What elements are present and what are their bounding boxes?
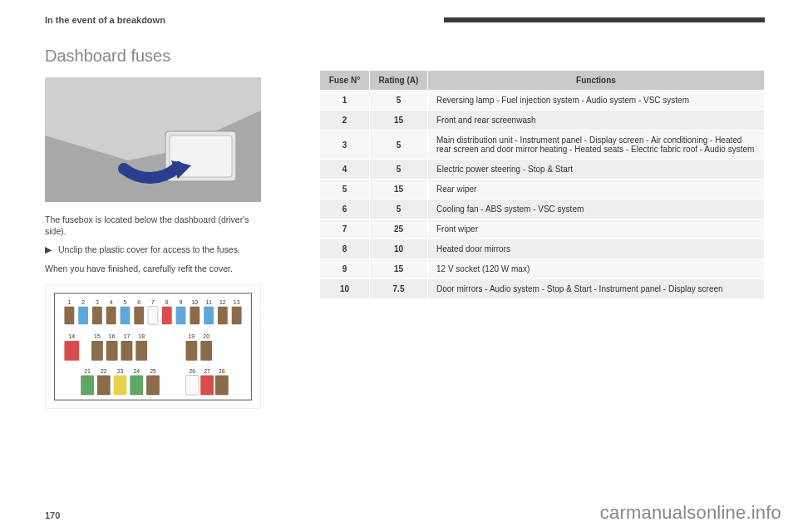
fuse-rating: 5 xyxy=(370,160,428,180)
fuse-function: Reversing lamp - Fuel injection system -… xyxy=(428,91,765,111)
section-title: Dashboard fuses xyxy=(45,47,294,66)
svg-rect-20 xyxy=(162,306,172,324)
watermark: carmanualsonline.info xyxy=(600,502,781,524)
fuse-rating: 15 xyxy=(370,180,428,200)
fuse-function: Cooling fan - ABS system - VSC system xyxy=(428,200,765,219)
fuse-function: Electric power steering - Stop & Start xyxy=(428,160,765,180)
fuse-rating: 15 xyxy=(370,259,428,279)
svg-text:6: 6 xyxy=(137,298,140,304)
svg-text:11: 11 xyxy=(205,298,212,304)
fuse-rating: 25 xyxy=(370,219,428,239)
svg-text:15: 15 xyxy=(94,333,101,339)
svg-rect-10 xyxy=(92,306,102,324)
svg-text:8: 8 xyxy=(165,298,169,304)
svg-text:5: 5 xyxy=(124,298,127,304)
fuse-table: Fuse N° Rating (A) Functions 15Reversing… xyxy=(319,70,765,299)
fuse-number: 2 xyxy=(320,111,370,131)
svg-rect-28 xyxy=(218,306,228,324)
intro-paragraph-2: When you have finished, carefully refit … xyxy=(45,263,261,274)
svg-rect-14 xyxy=(121,306,131,324)
svg-rect-34 xyxy=(91,341,103,361)
col-header-functions: Functions xyxy=(428,71,765,91)
svg-text:17: 17 xyxy=(124,333,131,339)
svg-text:18: 18 xyxy=(138,333,145,339)
fuse-function: Front and rear screenwash xyxy=(428,111,765,131)
svg-rect-54 xyxy=(146,375,160,395)
svg-rect-42 xyxy=(185,341,197,361)
right-column: Fuse N° Rating (A) Functions 15Reversing… xyxy=(319,47,765,409)
fuse-number: 1 xyxy=(320,91,370,111)
table-row: 515Rear wiper xyxy=(320,180,765,200)
fuse-function: Rear wiper xyxy=(428,180,765,200)
fuse-number: 7 xyxy=(320,219,370,239)
fuse-number: 4 xyxy=(320,160,370,180)
svg-text:23: 23 xyxy=(117,367,124,373)
svg-text:19: 19 xyxy=(189,333,195,339)
fuse-number: 9 xyxy=(320,259,370,279)
svg-rect-40 xyxy=(135,341,147,361)
fuse-rating: 5 xyxy=(370,91,428,111)
svg-rect-12 xyxy=(106,306,116,324)
header-rule xyxy=(182,17,765,22)
svg-text:2: 2 xyxy=(81,298,85,304)
svg-rect-26 xyxy=(204,306,214,324)
svg-text:14: 14 xyxy=(68,333,75,339)
svg-rect-50 xyxy=(114,375,127,395)
svg-text:10: 10 xyxy=(191,298,198,304)
svg-text:28: 28 xyxy=(219,367,225,373)
fuse-rating: 15 xyxy=(370,111,428,131)
fuse-function: 12 V socket (120 W max) xyxy=(428,259,765,279)
svg-text:9: 9 xyxy=(180,298,183,304)
svg-rect-8 xyxy=(78,306,88,324)
svg-rect-52 xyxy=(130,375,143,395)
svg-text:4: 4 xyxy=(110,298,113,304)
svg-text:12: 12 xyxy=(219,298,226,304)
table-row: 65Cooling fan - ABS system - VSC system xyxy=(320,200,765,219)
svg-rect-56 xyxy=(185,375,199,395)
fuse-rating: 5 xyxy=(370,131,428,160)
table-row: 15Reversing lamp - Fuel injection system… xyxy=(320,91,765,111)
left-column: Dashboard fuses The fusebox is located b… xyxy=(45,47,294,409)
svg-text:20: 20 xyxy=(203,333,209,339)
table-row: 91512 V socket (120 W max) xyxy=(320,259,765,279)
chapter-title: In the event of a breakdown xyxy=(45,15,165,25)
svg-rect-32 xyxy=(64,341,79,361)
svg-rect-48 xyxy=(97,375,111,395)
fuse-function: Front wiper xyxy=(428,219,765,239)
table-row: 45Electric power steering - Stop & Start xyxy=(320,160,765,180)
fuse-function: Door mirrors - Audio system - Stop & Sta… xyxy=(428,279,765,299)
svg-text:27: 27 xyxy=(204,367,210,373)
fuse-number: 6 xyxy=(320,200,370,219)
table-row: 35Main distribution unit - Instrument pa… xyxy=(320,131,765,160)
svg-text:13: 13 xyxy=(234,298,240,304)
bullet-marker-icon: ▶ xyxy=(45,244,52,255)
fuse-rating: 10 xyxy=(370,239,428,259)
svg-rect-24 xyxy=(190,306,200,324)
svg-rect-46 xyxy=(81,375,94,395)
svg-text:3: 3 xyxy=(96,298,99,304)
svg-rect-44 xyxy=(200,341,212,361)
svg-rect-22 xyxy=(176,306,186,324)
svg-rect-6 xyxy=(64,306,74,324)
svg-text:24: 24 xyxy=(133,367,140,373)
fusebox-diagram: 1234567891011121314151617181920212223242… xyxy=(45,284,261,409)
intro-bullet-text: Unclip the plastic cover for access to t… xyxy=(58,244,240,255)
svg-rect-38 xyxy=(121,341,133,361)
intro-paragraph-1: The fusebox is located below the dashboa… xyxy=(45,214,261,237)
fuse-number: 5 xyxy=(320,180,370,200)
fuse-number: 8 xyxy=(320,239,370,259)
svg-text:26: 26 xyxy=(190,367,196,373)
fuse-number: 10 xyxy=(320,279,370,299)
svg-rect-30 xyxy=(232,306,242,324)
svg-rect-36 xyxy=(106,341,118,361)
fuse-rating: 5 xyxy=(370,200,428,219)
svg-text:16: 16 xyxy=(109,333,116,339)
svg-rect-18 xyxy=(148,306,158,324)
col-header-fuse: Fuse N° xyxy=(320,71,370,91)
svg-text:1: 1 xyxy=(67,298,71,304)
fuse-rating: 7.5 xyxy=(370,279,428,299)
intro-bullet: ▶ Unclip the plastic cover for access to… xyxy=(45,244,261,255)
table-row: 725Front wiper xyxy=(320,219,765,239)
fuse-number: 3 xyxy=(320,131,370,160)
table-row: 215Front and rear screenwash xyxy=(320,111,765,131)
